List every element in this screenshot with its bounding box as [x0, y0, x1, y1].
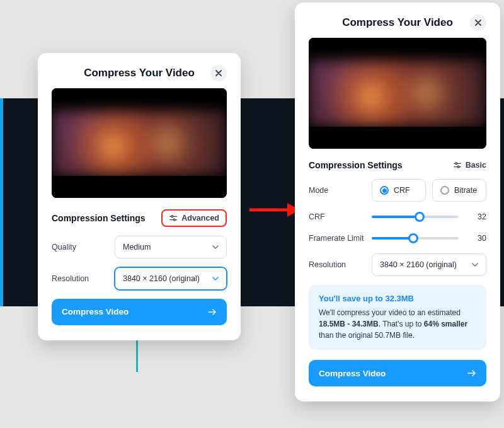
resolution-value: 3840 × 2160 (original) [380, 260, 457, 269]
compress-dialog-basic: Compress Your Video Compression Settings… [38, 53, 241, 340]
resolution-select[interactable]: 3840 × 2160 (original) [372, 253, 486, 276]
settings-title: Compression Settings [52, 213, 146, 223]
mode-option-bitrate-label: Bitrate [454, 186, 477, 195]
settings-title: Compression Settings [309, 160, 403, 170]
crf-value: 32 [467, 212, 486, 221]
crf-label: CRF [309, 212, 372, 221]
advanced-toggle-label: Advanced [181, 214, 219, 223]
crf-row: CRF 32 [309, 211, 486, 223]
quality-value: Medium [123, 243, 151, 252]
crf-slider-fill [372, 216, 420, 218]
fps-slider-knob[interactable] [408, 233, 418, 243]
dialog-header: Compress Your Video [52, 67, 227, 79]
resolution-value: 3840 × 2160 (original) [123, 274, 200, 283]
radio-icon [380, 186, 389, 195]
compress-button[interactable]: Compress Video [309, 360, 486, 386]
fps-label: Framerate Limit [309, 234, 372, 243]
sliders-icon [453, 161, 462, 170]
sliders-icon [169, 214, 178, 223]
close-button[interactable] [470, 14, 486, 31]
mode-option-bitrate[interactable]: Bitrate [432, 179, 486, 202]
fps-slider-fill [372, 237, 413, 240]
fps-row: Framerate Limit 30 [309, 232, 486, 245]
arrow-right-icon [467, 370, 476, 376]
quality-select[interactable]: Medium [115, 236, 227, 258]
mode-label: Mode [309, 186, 372, 195]
basic-toggle[interactable]: Basic [453, 161, 486, 170]
close-icon [475, 20, 481, 26]
savings-body: We'll compress your video to an estimate… [319, 307, 476, 341]
mode-radio-group: CRF Bitrate [372, 179, 486, 202]
chevron-down-icon [212, 245, 219, 249]
close-button[interactable] [210, 65, 227, 81]
dialog-header: Compress Your Video [309, 16, 486, 29]
compress-button-label: Compress Video [62, 307, 129, 316]
settings-header: Compression Settings Basic [309, 160, 486, 170]
dialog-title: Compress Your Video [84, 67, 195, 79]
svg-point-9 [457, 166, 459, 168]
settings-header: Compression Settings Advanced [52, 209, 227, 227]
svg-point-1 [171, 216, 173, 217]
svg-point-3 [174, 219, 176, 221]
quality-label: Quality [52, 243, 115, 252]
resolution-label: Resolution [309, 260, 372, 269]
video-thumbnail [52, 88, 227, 198]
fps-value: 30 [467, 234, 486, 243]
savings-info: You'll save up to 32.3MB We'll compress … [309, 285, 486, 350]
resolution-row: Resolution 3840 × 2160 (original) [52, 267, 227, 290]
fps-slider[interactable] [372, 232, 459, 245]
basic-toggle-label: Basic [466, 161, 486, 170]
arrow-right-icon [208, 309, 217, 315]
mode-row: Mode CRF Bitrate [309, 179, 486, 202]
chevron-down-icon [472, 263, 478, 267]
compress-button[interactable]: Compress Video [52, 299, 227, 325]
chevron-down-icon [212, 277, 219, 281]
crf-slider-knob[interactable] [415, 212, 425, 222]
crf-slider[interactable] [372, 211, 459, 223]
svg-point-7 [455, 163, 457, 165]
advanced-toggle[interactable]: Advanced [161, 209, 227, 227]
mode-option-crf[interactable]: CRF [372, 179, 426, 202]
resolution-row: Resolution 3840 × 2160 (original) [309, 253, 486, 276]
compress-dialog-advanced: Compress Your Video Compression Settings… [295, 3, 500, 402]
transition-arrow-icon [248, 202, 300, 218]
quality-row: Quality Medium [52, 236, 227, 258]
resolution-label: Resolution [52, 274, 115, 283]
resolution-select[interactable]: 3840 × 2160 (original) [115, 267, 227, 290]
mode-option-crf-label: CRF [394, 186, 410, 195]
video-thumbnail [309, 38, 486, 149]
savings-title: You'll save up to 32.3MB [319, 294, 476, 303]
close-icon [215, 70, 222, 76]
radio-icon [440, 186, 449, 195]
compress-button-label: Compress Video [319, 369, 386, 378]
dialog-title: Compress Your Video [342, 16, 453, 29]
